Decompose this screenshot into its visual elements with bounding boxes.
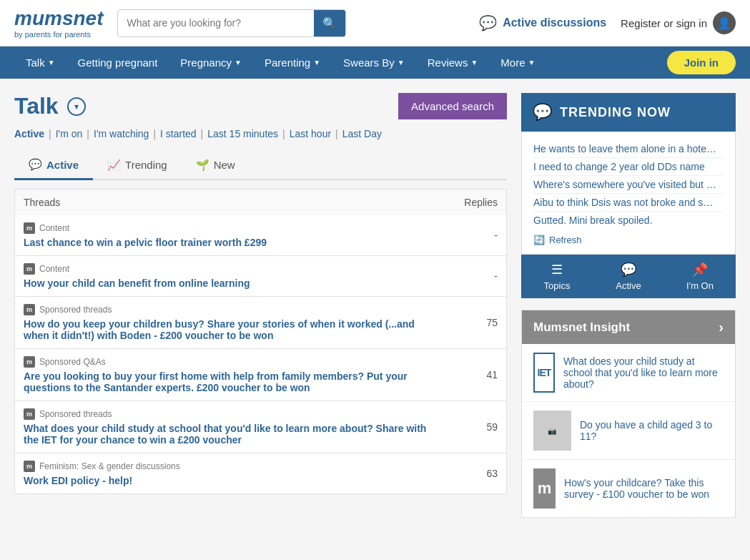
thread-list: Threads Replies m Content Last chance to… bbox=[14, 189, 507, 494]
table-row: m Sponsored threads What does your child… bbox=[14, 401, 507, 453]
thread-category: Sponsored Q&As bbox=[39, 357, 106, 367]
left-column: Talk ▾ Advanced search Active | I'm on |… bbox=[14, 93, 507, 518]
quick-nav-topics[interactable]: ☰ Topics bbox=[521, 255, 593, 298]
talk-heading: Talk ▾ Advanced search bbox=[14, 93, 507, 119]
header: mumsnet by parents for parents 🔍 💬 Activ… bbox=[0, 0, 750, 46]
thread-category: Feminism: Sex & gender discussions bbox=[39, 461, 180, 471]
table-row: m Feminism: Sex & gender discussions Wor… bbox=[14, 453, 507, 494]
quick-nav-active-label: Active bbox=[616, 280, 641, 291]
tab-active[interactable]: 💬 Active bbox=[14, 151, 93, 180]
tab-trending[interactable]: 📈 Trending bbox=[93, 151, 182, 179]
tab-active-icon: 💬 bbox=[29, 158, 42, 171]
thread-reply-count: - bbox=[440, 230, 498, 241]
chat-icon: 💬 bbox=[479, 14, 497, 31]
talk-dropdown-button[interactable]: ▾ bbox=[67, 97, 86, 116]
im-on-icon: 📌 bbox=[692, 262, 708, 277]
table-row: m Content Last chance to win a pelvic fl… bbox=[14, 215, 507, 256]
right-column: 💬 TRENDING NOW He wants to leave them al… bbox=[521, 93, 736, 518]
quick-nav-active[interactable]: 💬 Active bbox=[593, 255, 664, 298]
chevron-down-icon: ▼ bbox=[48, 59, 55, 67]
chevron-down-icon: ▼ bbox=[313, 59, 320, 67]
thread-reply-count: 75 bbox=[440, 317, 498, 328]
thread-category: Content bbox=[39, 223, 69, 233]
active-discussions-label: Active discussions bbox=[503, 16, 606, 29]
active-discussions-link[interactable]: 💬 Active discussions bbox=[479, 14, 606, 31]
nav: Talk ▼ Getting pregnant Pregnancy ▼ Pare… bbox=[0, 46, 750, 79]
thread-title[interactable]: What does your child study at school tha… bbox=[24, 423, 440, 446]
logo-text: mumsnet bbox=[14, 7, 103, 30]
table-header: Threads Replies bbox=[14, 189, 507, 215]
insight-box: Mumsnet Insight › IET What does your chi… bbox=[521, 310, 736, 518]
thread-title[interactable]: Are you looking to buy your first home w… bbox=[24, 370, 440, 393]
insight-arrow-icon: › bbox=[719, 319, 724, 335]
insight-item[interactable]: 📷 Do you have a child aged 3 to 11? bbox=[522, 402, 735, 460]
thread-reply-count: - bbox=[440, 270, 498, 282]
filter-links: Active | I'm on | I'm watching | I start… bbox=[14, 128, 507, 139]
nav-pregnancy[interactable]: Pregnancy ▼ bbox=[169, 46, 253, 79]
thread-reply-count: 41 bbox=[440, 369, 498, 380]
refresh-icon: 🔄 bbox=[533, 235, 545, 245]
thread-title[interactable]: How do you keep your children busy? Shar… bbox=[24, 318, 440, 341]
trending-item[interactable]: He wants to leave them alone in a hote… bbox=[533, 140, 724, 158]
search-input[interactable] bbox=[118, 11, 314, 34]
nav-parenting[interactable]: Parenting ▼ bbox=[253, 46, 332, 79]
tab-new-icon: 🌱 bbox=[196, 159, 209, 172]
trending-item[interactable]: Gutted. Mini break spoiled. bbox=[533, 212, 724, 229]
table-row: m Content How your child can benefit fro… bbox=[14, 256, 507, 297]
nav-getting-pregnant[interactable]: Getting pregnant bbox=[66, 46, 169, 79]
filter-active[interactable]: Active bbox=[14, 128, 44, 139]
chevron-down-icon: ▼ bbox=[470, 59, 478, 67]
insight-item[interactable]: IET What does your child study at school… bbox=[522, 344, 735, 402]
register-label: Register or sign in bbox=[621, 17, 707, 29]
insight-title: Mumsnet Insight bbox=[533, 320, 630, 335]
trending-header: 💬 TRENDING NOW bbox=[533, 103, 724, 122]
nav-getting-pregnant-label: Getting pregnant bbox=[78, 57, 158, 69]
thread-reply-count: 63 bbox=[440, 468, 498, 479]
trending-item[interactable]: I need to change 2 year old DDs name bbox=[533, 158, 724, 176]
mumsnet-m-icon: m bbox=[24, 304, 35, 315]
trending-item[interactable]: Aibu to think Dsis was not broke and s… bbox=[533, 194, 724, 212]
nav-talk[interactable]: Talk ▼ bbox=[14, 46, 66, 79]
insight-header[interactable]: Mumsnet Insight › bbox=[522, 310, 735, 344]
join-button[interactable]: Join in bbox=[667, 51, 736, 74]
tab-new[interactable]: 🌱 New bbox=[182, 151, 250, 179]
filter-last-day[interactable]: Last Day bbox=[342, 128, 382, 139]
refresh-label: Refresh bbox=[549, 235, 582, 245]
thread-title[interactable]: How your child can benefit from online l… bbox=[24, 277, 440, 289]
refresh-link[interactable]: 🔄 Refresh bbox=[533, 235, 724, 245]
register-link[interactable]: Register or sign in 👤 bbox=[621, 11, 736, 34]
table-row: m Sponsored Q&As Are you looking to buy … bbox=[14, 349, 507, 401]
tab-active-label: Active bbox=[46, 159, 79, 171]
insight-items: IET What does your child study at school… bbox=[522, 344, 735, 517]
filter-im-watching[interactable]: I'm watching bbox=[94, 128, 149, 139]
advanced-search-button[interactable]: Advanced search bbox=[398, 93, 507, 119]
thread-title[interactable]: Work EDI policy - help! bbox=[24, 475, 440, 486]
nav-more[interactable]: More ▼ bbox=[489, 46, 546, 79]
threads-column-header: Threads bbox=[24, 197, 440, 208]
thread-title[interactable]: Last chance to win a pelvic floor traine… bbox=[24, 237, 440, 248]
replies-column-header: Replies bbox=[440, 197, 498, 208]
search-button[interactable]: 🔍 bbox=[314, 10, 345, 36]
insight-item-text: Do you have a child aged 3 to 11? bbox=[580, 419, 724, 442]
nav-reviews-label: Reviews bbox=[428, 57, 468, 69]
nav-swears-by[interactable]: Swears By ▼ bbox=[332, 46, 416, 79]
insight-item[interactable]: m How's your childcare? Take this survey… bbox=[522, 460, 735, 517]
filter-im-on[interactable]: I'm on bbox=[56, 128, 83, 139]
quick-nav-im-on[interactable]: 📌 I'm On bbox=[664, 255, 736, 298]
nav-talk-label: Talk bbox=[26, 57, 45, 69]
mumsnet-m-icon: m bbox=[24, 263, 35, 275]
insight-item-text: How's your childcare? Take this survey -… bbox=[564, 477, 724, 500]
chevron-down-icon: ▼ bbox=[528, 59, 535, 67]
nav-reviews[interactable]: Reviews ▼ bbox=[416, 46, 490, 79]
filter-last-15[interactable]: Last 15 minutes bbox=[207, 128, 278, 139]
filter-last-hour[interactable]: Last hour bbox=[290, 128, 331, 139]
chevron-down-icon: ▼ bbox=[235, 59, 242, 67]
thread-category: Sponsored threads bbox=[39, 409, 112, 419]
tab-trending-icon: 📈 bbox=[107, 159, 121, 172]
chevron-down-icon: ▼ bbox=[398, 59, 405, 67]
tabs: 💬 Active 📈 Trending 🌱 New bbox=[14, 151, 507, 180]
trending-item[interactable]: Where's somewhere you've visited but … bbox=[533, 176, 724, 194]
page-title: Talk bbox=[14, 93, 59, 119]
user-icon: 👤 bbox=[713, 11, 736, 34]
filter-i-started[interactable]: I started bbox=[160, 128, 197, 139]
